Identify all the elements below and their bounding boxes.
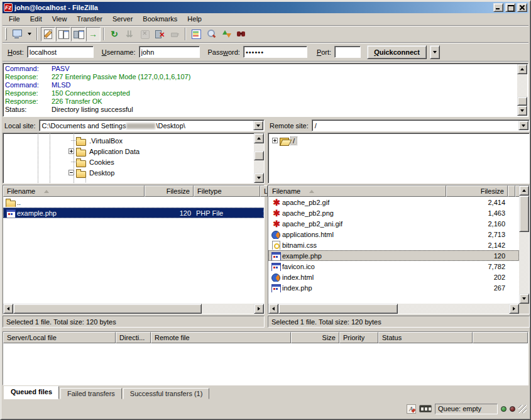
file-row[interactable]: example.php120 xyxy=(268,250,519,261)
synchronized-browsing-button[interactable] xyxy=(219,27,234,41)
local-column-header[interactable]: Filetype xyxy=(194,185,260,197)
quickconnect-button[interactable]: Quickconnect xyxy=(367,45,427,59)
toggle-local-tree-button[interactable] xyxy=(56,27,70,41)
scroll-right-button[interactable] xyxy=(509,304,519,314)
tree-item[interactable]: / xyxy=(268,135,529,146)
remote-column-header[interactable]: Filename xyxy=(268,185,446,197)
toggle-remote-tree-button[interactable] xyxy=(71,27,85,41)
file-row[interactable]: ✱apache_pb2.png1,463 xyxy=(268,207,519,218)
menu-server[interactable]: Server xyxy=(107,13,138,25)
scroll-up-button[interactable] xyxy=(519,185,529,196)
scroll-left-button[interactable] xyxy=(268,304,278,314)
queue-column-header[interactable]: Remote file xyxy=(151,332,291,343)
filter-button[interactable] xyxy=(189,27,204,41)
scroll-track[interactable] xyxy=(519,232,529,294)
scroll-down-button[interactable] xyxy=(254,173,264,183)
remote-site-dropdown-button[interactable] xyxy=(518,121,528,130)
local-tree-scrollbar[interactable] xyxy=(254,133,264,183)
log-scrollbar[interactable] xyxy=(517,64,527,116)
scroll-thumb[interactable] xyxy=(13,304,202,314)
scroll-track[interactable] xyxy=(254,160,264,173)
queue-column-header[interactable]: Status xyxy=(378,332,473,343)
scroll-track[interactable] xyxy=(202,304,254,314)
host-input[interactable] xyxy=(27,46,94,58)
file-row[interactable]: ✱apache_pb2_ani.gif2,160 xyxy=(268,218,519,229)
file-row[interactable]: ✱apache_pb2.gif2,414 xyxy=(268,197,519,207)
menu-bookmarks[interactable]: Bookmarks xyxy=(138,13,182,25)
scroll-up-button[interactable] xyxy=(254,133,264,143)
tree-item[interactable]: Application Data xyxy=(3,146,264,157)
menu-view[interactable]: View xyxy=(47,13,72,25)
refresh-button[interactable]: ↻ xyxy=(107,27,122,41)
remote-column-header[interactable]: Filesize xyxy=(446,185,508,197)
file-row[interactable]: index.php267 xyxy=(268,282,519,293)
file-row[interactable]: bitnami.css2,142 xyxy=(268,240,519,250)
site-manager-button[interactable] xyxy=(10,27,25,41)
tab-successful-transfers-1-[interactable]: Successful transfers (1) xyxy=(123,388,210,399)
site-manager-dropdown-button[interactable] xyxy=(25,27,34,41)
scroll-thumb[interactable] xyxy=(519,196,529,232)
queue-column-header[interactable]: Directi... xyxy=(116,332,151,343)
scroll-thumb[interactable] xyxy=(254,151,264,160)
scroll-right-button[interactable] xyxy=(254,304,264,314)
scroll-up-button[interactable] xyxy=(517,64,527,74)
tree-item[interactable]: Desktop xyxy=(3,167,264,178)
scroll-left-button[interactable] xyxy=(3,304,13,314)
scroll-thumb[interactable] xyxy=(278,304,398,314)
file-row[interactable]: example.php120PHP File1 xyxy=(3,207,264,218)
titlebar[interactable]: Fz john@localhost - FileZilla xyxy=(3,2,528,13)
scroll-thumb[interactable] xyxy=(517,97,527,106)
tree-expander-plus[interactable] xyxy=(272,138,278,143)
username-input[interactable] xyxy=(139,46,200,58)
local-column-header[interactable]: Filesize xyxy=(145,185,194,197)
process-queue-button[interactable]: ⇊ xyxy=(123,27,137,41)
local-site-dropdown-button[interactable] xyxy=(253,121,263,130)
local-hscrollbar[interactable] xyxy=(3,304,264,314)
password-input[interactable] xyxy=(243,46,307,58)
scroll-track[interactable] xyxy=(517,74,527,97)
toggle-message-log-button[interactable] xyxy=(41,27,55,41)
tree-item[interactable]: Cookies xyxy=(3,157,264,167)
directory-comparison-button[interactable] xyxy=(204,27,219,41)
file-row[interactable]: favicon.ico7,782 xyxy=(268,261,519,272)
disconnect-button[interactable] xyxy=(153,27,167,41)
remote-column-header[interactable] xyxy=(508,185,515,197)
menu-transfer[interactable]: Transfer xyxy=(72,13,107,25)
queue-column-header[interactable]: Size xyxy=(291,332,339,343)
tree-expander-minus[interactable] xyxy=(68,170,74,175)
menu-help[interactable]: Help xyxy=(182,13,207,25)
maximize-button[interactable] xyxy=(505,3,515,12)
tree-item[interactable]: .VirtualBox xyxy=(3,135,264,146)
remote-vscrollbar[interactable] xyxy=(519,185,529,314)
tab-queued-files[interactable]: Queued files xyxy=(4,386,59,399)
reconnect-button[interactable] xyxy=(168,27,182,41)
file-row[interactable]: index.html202 xyxy=(268,272,519,282)
menu-edit[interactable]: Edit xyxy=(25,13,47,25)
file-row[interactable]: .. xyxy=(3,197,264,207)
file-row[interactable]: applications.html2,713 xyxy=(268,229,519,240)
minimize-button[interactable] xyxy=(493,3,503,12)
scroll-track[interactable] xyxy=(254,143,264,151)
cancel-operation-button[interactable] xyxy=(138,27,152,41)
toggle-transfer-queue-button[interactable]: → xyxy=(86,27,101,41)
scroll-down-button[interactable] xyxy=(519,294,529,304)
queue-column-header[interactable]: Server/Local file xyxy=(3,332,116,343)
speed-limit-icon[interactable] xyxy=(419,405,432,412)
queue-column-header[interactable]: Priority xyxy=(339,332,378,343)
close-button[interactable] xyxy=(517,3,527,12)
remote-site-combo[interactable]: / xyxy=(312,119,530,131)
local-column-header[interactable]: Filename xyxy=(3,185,145,197)
toolbar-grip[interactable] xyxy=(5,28,7,40)
resize-grip[interactable] xyxy=(518,405,527,413)
local-site-combo[interactable]: C:\Documents and Settings\Desktop\ xyxy=(39,119,265,131)
quickconnect-dropdown-button[interactable] xyxy=(430,45,440,59)
tab-failed-transfers[interactable]: Failed transfers xyxy=(60,388,122,399)
scroll-down-button[interactable] xyxy=(517,106,527,116)
menu-file[interactable]: File xyxy=(4,13,25,25)
remote-hscrollbar[interactable] xyxy=(268,304,519,314)
port-input[interactable] xyxy=(334,46,361,58)
scroll-track[interactable] xyxy=(398,304,509,314)
find-files-button[interactable] xyxy=(234,27,249,41)
tree-expander-plus[interactable] xyxy=(68,148,74,154)
transfer-type-icon[interactable] xyxy=(407,404,416,414)
